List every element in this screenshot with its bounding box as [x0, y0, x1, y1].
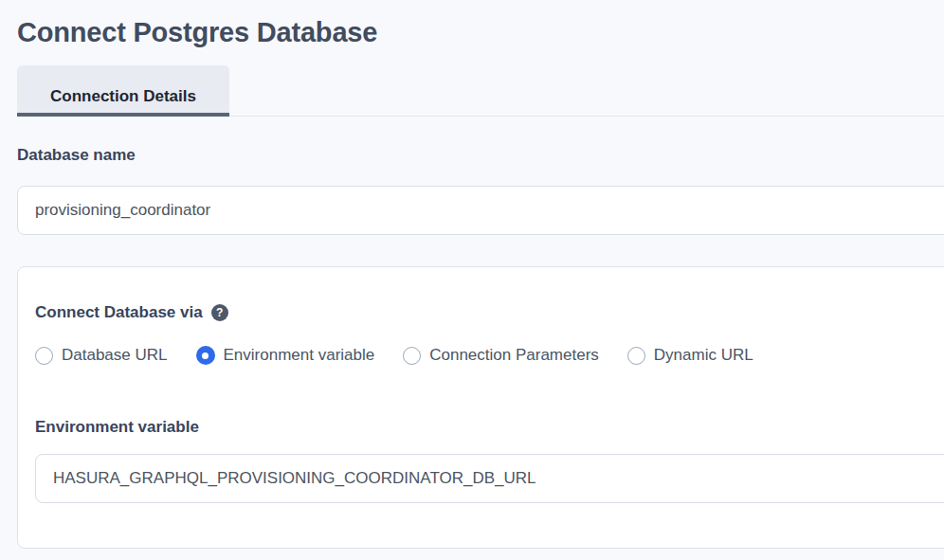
environment-variable-input[interactable]	[35, 454, 944, 503]
radio-dynamic-url[interactable]: Dynamic URL	[627, 346, 753, 365]
question-mark-circle-icon[interactable]: ?	[211, 304, 228, 321]
radio-connection-parameters[interactable]: Connection Parameters	[403, 346, 599, 365]
page-title: Connect Postgres Database	[17, 0, 944, 49]
radio-icon	[627, 347, 645, 365]
radio-icon	[403, 347, 421, 365]
database-name-input[interactable]	[17, 186, 944, 235]
radio-label: Connection Parameters	[429, 346, 599, 365]
environment-variable-label: Environment variable	[35, 418, 944, 437]
tab-bar: Connection Details	[17, 65, 944, 117]
radio-label: Database URL	[62, 346, 168, 365]
database-name-label: Database name	[17, 146, 944, 165]
radio-label: Dynamic URL	[654, 346, 753, 365]
tab-connection-details[interactable]: Connection Details	[17, 65, 229, 117]
radio-database-url[interactable]: Database URL	[35, 346, 168, 365]
radio-environment-variable[interactable]: Environment variable	[196, 346, 375, 365]
radio-icon	[35, 347, 53, 365]
connect-via-label: Connect Database via	[35, 303, 203, 322]
connect-via-radio-group: Database URL Environment variable Connec…	[35, 346, 944, 365]
radio-icon	[196, 346, 215, 365]
connect-database-page: Connect Postgres Database Connection Det…	[0, 0, 944, 560]
radio-label: Environment variable	[224, 346, 375, 365]
connect-database-via-card: Connect Database via ? Database URL Envi…	[17, 266, 944, 549]
